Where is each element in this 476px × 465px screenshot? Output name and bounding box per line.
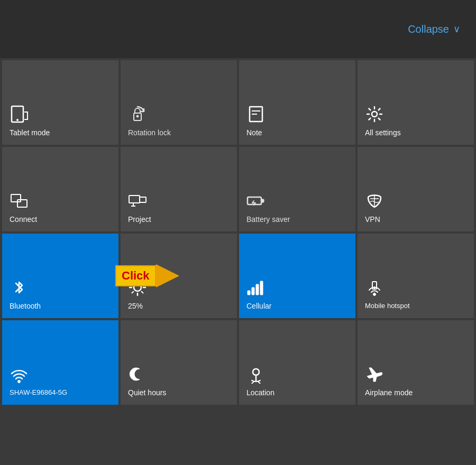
svg-line-39	[258, 382, 260, 384]
tablet-mode-icon	[10, 105, 29, 124]
tile-label: Connect	[10, 215, 37, 224]
tile-project[interactable]: Project	[121, 147, 237, 231]
svg-rect-30	[252, 287, 254, 295]
quiet-hours-icon	[128, 365, 147, 384]
airplane-mode-icon	[365, 365, 384, 384]
tile-label: Airplane mode	[365, 388, 413, 397]
collapse-button[interactable]: Collapse ∨	[408, 23, 460, 35]
tile-label: Battery saver	[246, 215, 290, 224]
tile-label: Note	[246, 128, 262, 137]
tile-location[interactable]: Location	[239, 320, 355, 405]
project-icon	[128, 191, 147, 210]
tile-label: VPN	[365, 215, 380, 224]
battery-saver-icon	[246, 191, 266, 210]
tile-label: Tablet mode	[10, 128, 50, 137]
click-annotation: Click	[115, 264, 179, 287]
tile-battery-saver[interactable]: Battery saver	[239, 147, 355, 231]
tile-airplane-mode[interactable]: Airplane mode	[358, 320, 474, 405]
vpn-icon	[365, 191, 384, 210]
tile-vpn[interactable]: VPN	[358, 147, 474, 231]
connect-icon	[10, 191, 29, 210]
svg-point-4	[136, 115, 139, 117]
tile-label: All settings	[365, 128, 401, 137]
tile-cellular[interactable]: Cellular	[239, 234, 355, 318]
svg-rect-17	[261, 199, 264, 202]
tile-shaw-wifi[interactable]: SHAW-E96864-5G	[2, 320, 118, 405]
svg-rect-32	[260, 281, 263, 295]
svg-rect-31	[256, 284, 259, 295]
svg-line-38	[252, 382, 254, 384]
svg-line-25	[132, 282, 134, 283]
tile-all-settings[interactable]: All settings	[358, 60, 474, 145]
tile-quiet-hours[interactable]: Quiet hours	[121, 320, 237, 405]
svg-point-35	[374, 287, 376, 289]
arrow-right-icon	[156, 264, 179, 287]
tile-rotation-lock[interactable]: Rotation lock	[121, 60, 237, 145]
svg-point-33	[373, 293, 376, 296]
svg-rect-13	[140, 197, 146, 202]
tile-label: Cellular	[246, 301, 271, 311]
svg-point-36	[18, 380, 21, 383]
tile-bluetooth[interactable]: Bluetooth	[2, 234, 118, 318]
note-icon	[246, 105, 266, 124]
top-bar: Collapse ∨	[0, 0, 476, 58]
rotation-lock-icon	[128, 105, 147, 124]
svg-point-8	[372, 111, 377, 117]
svg-line-27	[142, 282, 143, 283]
tile-connect[interactable]: Connect	[2, 147, 118, 231]
location-icon	[246, 365, 266, 384]
svg-rect-12	[129, 196, 140, 203]
tile-label: Rotation lock	[128, 128, 171, 137]
tile-label: Bluetooth	[10, 301, 41, 311]
wifi-icon	[10, 365, 29, 384]
collapse-label: Collapse	[408, 23, 449, 35]
bluetooth-icon	[10, 278, 29, 297]
tile-label: 25%	[128, 301, 143, 311]
tile-label: SHAW-E96864-5G	[10, 388, 67, 397]
tile-label: Location	[246, 388, 274, 397]
tile-mobile-hotspot[interactable]: Mobile hotspot	[358, 234, 474, 318]
svg-rect-29	[248, 291, 250, 295]
tile-label: Mobile hotspot	[365, 302, 410, 311]
svg-point-20	[134, 284, 141, 291]
brightness-icon	[128, 278, 147, 297]
svg-rect-10	[17, 200, 27, 207]
cellular-icon	[246, 278, 266, 297]
svg-point-37	[253, 369, 259, 375]
quick-actions-grid: Tablet mode Rotation lock Note All setti…	[0, 58, 476, 407]
svg-point-2	[17, 119, 19, 120]
svg-line-28	[132, 292, 134, 293]
tile-note[interactable]: Note	[239, 60, 355, 145]
tile-tablet-mode[interactable]: Tablet mode	[2, 60, 118, 145]
svg-line-26	[142, 292, 143, 293]
tile-label: Quiet hours	[128, 388, 166, 397]
all-settings-icon	[365, 105, 384, 124]
svg-rect-9	[11, 194, 21, 202]
tile-brightness[interactable]: 25% Click	[121, 234, 237, 318]
tile-label: Project	[128, 215, 151, 224]
chevron-down-icon: ∨	[453, 23, 460, 35]
mobile-hotspot-icon	[365, 278, 384, 297]
